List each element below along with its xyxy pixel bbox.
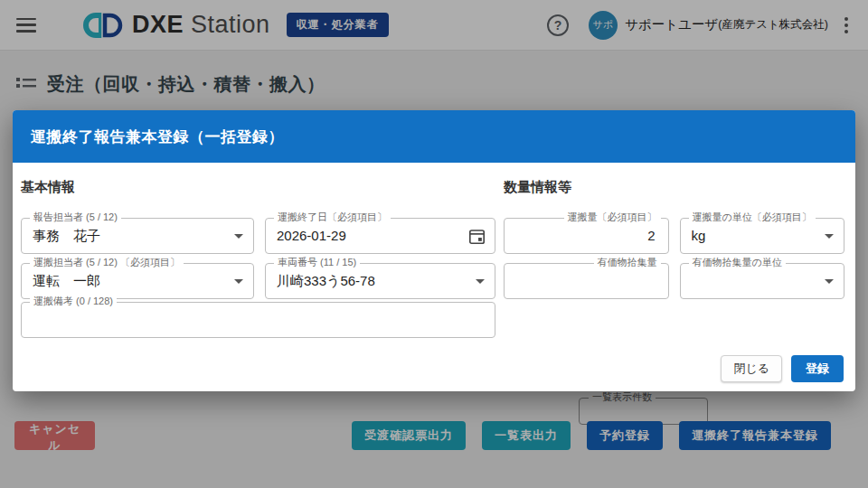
dialog-header: 運搬終了報告兼本登録（一括登録） (13, 110, 855, 163)
vehicle-number-select[interactable]: 車両番号 (11 / 15) 川崎333う56-78 (265, 263, 495, 299)
dropdown-arrow-icon (234, 279, 243, 284)
quantity-info-section: 数量情報等 運搬量〔必須項目〕 2 運搬量の単位〔必須項目〕 kg 有価物拾集量 (504, 163, 844, 347)
register-button[interactable]: 登録 (791, 355, 844, 382)
transporter-select[interactable]: 運搬担当者 (5 / 12) 〔必須項目〕 運転 一郎 (21, 263, 254, 299)
reporter-label: 報告担当者 (5 / 12) (30, 212, 121, 222)
calendar-icon[interactable] (468, 228, 486, 245)
amount-unit-value: kg (681, 219, 844, 252)
reporter-select[interactable]: 報告担当者 (5 / 12) 事務 花子 (21, 218, 254, 254)
valuables-amount-input[interactable]: 有価物拾集量 (504, 263, 669, 299)
valuables-amount-label: 有価物拾集量 (594, 258, 661, 267)
transport-report-dialog: 運搬終了報告兼本登録（一括登録） 基本情報 報告担当者 (5 / 12) 事務 … (13, 110, 855, 391)
dialog-title: 運搬終了報告兼本登録（一括登録） (31, 127, 284, 147)
amount-input[interactable]: 運搬量〔必須項目〕 2 (504, 218, 669, 254)
dropdown-arrow-icon (476, 279, 485, 284)
quantity-info-title: 数量情報等 (504, 179, 844, 196)
amount-unit-label: 運搬量の単位〔必須項目〕 (689, 212, 816, 222)
amount-unit-select[interactable]: 運搬量の単位〔必須項目〕 kg (680, 218, 845, 254)
valuables-unit-label: 有価物拾集量の単位 (689, 258, 786, 267)
dropdown-arrow-icon (825, 234, 834, 239)
end-date-value: 2026-01-29 (266, 219, 495, 252)
transport-note-input[interactable]: 運搬備考 (0 / 128) (21, 302, 495, 338)
end-date-label: 運搬終了日〔必須項目〕 (274, 212, 391, 222)
amount-label: 運搬量〔必須項目〕 (564, 212, 661, 222)
transporter-value: 運転 一郎 (22, 264, 253, 297)
dropdown-arrow-icon (234, 234, 243, 239)
amount-value: 2 (505, 219, 668, 252)
vehicle-number-label: 車両番号 (11 / 15) (274, 258, 360, 267)
valuables-unit-select[interactable]: 有価物拾集量の単位 (680, 263, 845, 299)
end-date-field[interactable]: 運搬終了日〔必須項目〕 2026-01-29 (265, 218, 495, 254)
transporter-label: 運搬担当者 (5 / 12) 〔必須項目〕 (30, 258, 184, 267)
basic-info-section: 基本情報 報告担当者 (5 / 12) 事務 花子 運搬終了日〔必須項目〕 20… (21, 163, 495, 347)
reporter-value: 事務 花子 (22, 219, 253, 252)
vehicle-number-value: 川崎333う56-78 (266, 264, 495, 297)
close-button[interactable]: 閉じる (721, 355, 782, 382)
basic-info-title: 基本情報 (21, 179, 495, 196)
dropdown-arrow-icon (825, 279, 834, 284)
dialog-footer: 閉じる 登録 (721, 355, 844, 382)
transport-note-label: 運搬備考 (0 / 128) (30, 296, 117, 306)
